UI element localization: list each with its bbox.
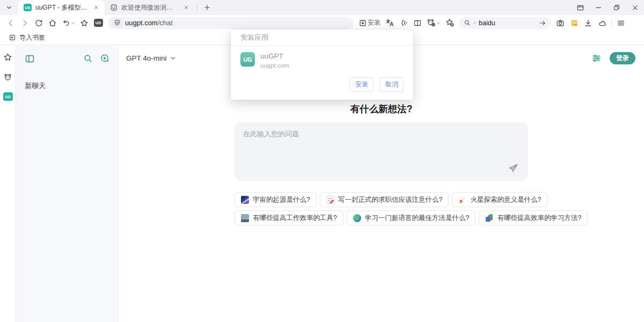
star-icon: [80, 19, 89, 27]
undo-button[interactable]: [60, 17, 77, 30]
search-icon: [83, 54, 93, 63]
laptop-icon: [241, 214, 249, 222]
install-cancel-button[interactable]: 取消: [380, 77, 404, 92]
globe-icon: [353, 214, 361, 222]
uu-apps-button[interactable]: UG: [92, 17, 105, 30]
browser-window: UG uuGPT - 多模型AI对话 欢迎使用傲游浏览器: [0, 0, 644, 322]
read-aloud-button[interactable]: [397, 17, 410, 30]
close-icon: [632, 4, 639, 11]
rail-panda-button[interactable]: [2, 71, 14, 83]
reload-button[interactable]: [32, 17, 45, 30]
shield-icon: [114, 19, 121, 26]
minimize-icon: [595, 4, 602, 11]
hero-section: 有什么新想法? 宇宙的起源是什么? 写: [235, 103, 528, 225]
login-button[interactable]: 登录: [610, 52, 635, 64]
paper-plane-icon: [508, 163, 518, 173]
rail-favorites-button[interactable]: [2, 51, 14, 63]
install-confirm-button[interactable]: 安装: [350, 77, 374, 92]
screenshot-button[interactable]: [554, 17, 567, 30]
favorites-button[interactable]: [78, 17, 91, 30]
panda-settings-button[interactable]: [425, 17, 442, 30]
tab-welcome[interactable]: 欢迎使用傲游浏览器: [105, 0, 195, 15]
dialog-header: 安装应用: [231, 30, 413, 46]
layout-panel-icon: [576, 4, 584, 12]
new-tab-button[interactable]: [200, 0, 215, 15]
rail-uugpt-button[interactable]: UG: [2, 91, 14, 103]
browser-toolbar: UG uugpt.com/chat 安装: [0, 15, 644, 31]
forward-icon: [20, 19, 29, 27]
close-icon: [93, 5, 99, 10]
install-app-button[interactable]: 安装: [357, 17, 382, 30]
suggestion-study-methods[interactable]: 有哪些提高效率的学习方法?: [479, 210, 588, 225]
restore-icon: [613, 4, 620, 11]
model-name: GPT 4o-mini: [126, 54, 167, 62]
tab-uugpt[interactable]: UG uuGPT - 多模型AI对话: [18, 0, 105, 15]
site-info-button[interactable]: [112, 18, 122, 28]
home-button[interactable]: [46, 17, 59, 30]
forward-button[interactable]: [18, 17, 31, 30]
sliders-icon: [591, 53, 602, 63]
reader-mode-button[interactable]: [411, 17, 424, 30]
suggestion-language-learning[interactable]: 学习一门新语言的最佳方法是什么?: [347, 210, 475, 225]
suggestion-cover-letter[interactable]: 写一封正式的求职信应该注意什么?: [320, 192, 449, 207]
app-sidebar: 新聊天: [16, 46, 119, 322]
suggestion-productivity-tools[interactable]: 有哪些提高工作效率的工具?: [235, 210, 343, 225]
import-bookmarks-button[interactable]: 导入书签: [5, 32, 48, 43]
sidebar-item-new-chat[interactable]: 新聊天: [16, 78, 118, 94]
model-selector[interactable]: GPT 4o-mini: [126, 54, 177, 62]
install-label: 安装: [368, 18, 380, 27]
suggestion-label: 有哪些提高工作效率的工具?: [253, 214, 337, 223]
notes-button[interactable]: [568, 17, 581, 30]
suggestion-universe[interactable]: 宇宙的起源是什么?: [235, 192, 317, 207]
suggestion-label: 写一封正式的求职信应该注意什么?: [338, 195, 442, 204]
reload-icon: [34, 19, 43, 27]
page-title: 有什么新想法?: [235, 103, 528, 115]
app-name: uuGPT: [260, 52, 289, 61]
sidebar-toolbar: [16, 46, 118, 64]
sidebar-toggle-button[interactable]: [24, 53, 35, 64]
chevron-down-icon: [5, 4, 13, 11]
prompt-input[interactable]: [235, 122, 528, 164]
tab-list-button[interactable]: [0, 0, 18, 15]
chip-row: 有哪些提高工作效率的工具? 学习一门新语言的最佳方法是什么? 有哪些提高效率的学…: [235, 210, 528, 225]
ug-favicon: UG: [24, 4, 32, 11]
new-chat-button[interactable]: [99, 53, 111, 64]
browser-side-rail: UG: [0, 46, 16, 322]
send-button[interactable]: [508, 163, 518, 173]
plus-icon: [203, 4, 211, 11]
minimize-button[interactable]: [589, 0, 608, 15]
ug-badge: UG: [3, 92, 13, 101]
chevron-down-icon: [170, 55, 177, 62]
menu-icon: [617, 19, 625, 27]
panda-icon: [3, 72, 12, 82]
go-arrow-icon[interactable]: [539, 19, 546, 27]
search-box[interactable]: baidu: [459, 17, 551, 29]
star-icon: [3, 53, 12, 62]
close-window-button[interactable]: [626, 0, 644, 15]
prompt-input-container: [235, 122, 528, 181]
search-chats-button[interactable]: [82, 53, 94, 64]
translate-button[interactable]: [383, 17, 396, 30]
chat-settings-button[interactable]: [590, 53, 602, 64]
main-menu-button[interactable]: [614, 17, 627, 30]
back-button[interactable]: [4, 17, 17, 30]
layout-panel-button[interactable]: [571, 0, 589, 15]
suggestion-label: 学习一门新语言的最佳方法是什么?: [365, 214, 469, 223]
app-domain: uugpt.com: [260, 62, 289, 69]
suggestion-mars[interactable]: 火星探索的意义是什么?: [452, 192, 547, 207]
read-aloud-icon: [399, 18, 408, 27]
tab-close-button[interactable]: [92, 3, 100, 12]
install-app-icon: [358, 19, 367, 27]
reader-mode-icon: [413, 19, 422, 27]
favorites-settings-button[interactable]: [443, 17, 456, 30]
tab-close-button[interactable]: [182, 3, 191, 12]
downloads-button[interactable]: [582, 17, 595, 30]
dialog-title: 安装应用: [240, 33, 268, 42]
chevron-down-icon: [436, 21, 441, 25]
home-icon: [48, 19, 57, 27]
restore-button[interactable]: [608, 0, 626, 15]
ug-badge: UG: [94, 19, 103, 27]
extensions-icon: [598, 18, 607, 27]
extensions-button[interactable]: [596, 17, 609, 30]
address-bar[interactable]: uugpt.com/chat: [108, 17, 354, 29]
